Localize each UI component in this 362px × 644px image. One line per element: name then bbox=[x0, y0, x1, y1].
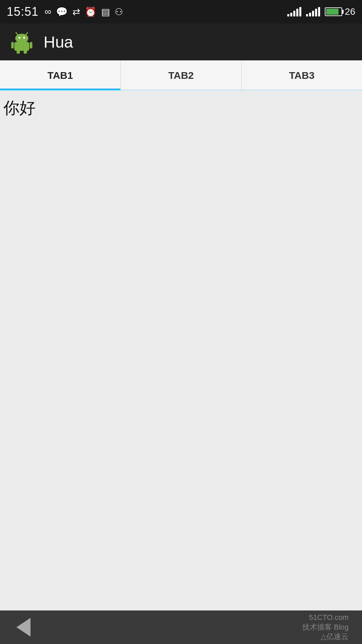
app-bar: Hua bbox=[0, 23, 362, 60]
status-bar: 15:51 ∞ 💬 ⇄ ⏰ ▤ ⚇ 26 bbox=[0, 0, 362, 23]
app-title: Hua bbox=[44, 33, 73, 51]
back-triangle-icon bbox=[16, 618, 31, 637]
usb-icon: ⇄ bbox=[72, 6, 80, 17]
message-icon: 💬 bbox=[56, 6, 68, 17]
watermark-text: 51CTO.com技术描客 Blog△亿速云 bbox=[302, 613, 349, 641]
battery-icon bbox=[325, 7, 342, 16]
tab-tab3[interactable]: TAB3 bbox=[242, 60, 362, 90]
tab3-label: TAB3 bbox=[289, 70, 314, 81]
watermark: 51CTO.com技术描客 Blog△亿速云 bbox=[302, 613, 349, 642]
tab2-label: TAB2 bbox=[168, 70, 194, 81]
person-icon: ⚇ bbox=[115, 6, 123, 17]
status-time: 15:51 bbox=[7, 5, 39, 19]
status-left: 15:51 ∞ 💬 ⇄ ⏰ ▤ ⚇ bbox=[7, 5, 123, 19]
tab1-label: TAB1 bbox=[48, 70, 73, 81]
sms-icon: ▤ bbox=[101, 6, 110, 17]
status-right: 26 bbox=[287, 6, 355, 17]
signal-bars-1 bbox=[287, 7, 301, 16]
battery-fill bbox=[326, 9, 339, 15]
battery-container: 26 bbox=[325, 6, 355, 17]
tab-bar: TAB1 TAB2 TAB3 bbox=[0, 60, 362, 91]
svg-point-2 bbox=[15, 34, 28, 43]
svg-point-4 bbox=[23, 37, 25, 39]
svg-rect-6 bbox=[11, 42, 14, 49]
content-area: 你好 bbox=[0, 91, 362, 610]
alarm-icon: ⏰ bbox=[85, 6, 97, 17]
tab-tab1[interactable]: TAB1 bbox=[0, 60, 121, 90]
status-icons: ∞ 💬 ⇄ ⏰ ▤ ⚇ bbox=[45, 6, 123, 17]
svg-point-3 bbox=[18, 37, 20, 39]
svg-rect-7 bbox=[30, 42, 33, 49]
nav-bar: 51CTO.com技术描客 Blog△亿速云 bbox=[0, 610, 362, 644]
svg-rect-9 bbox=[24, 50, 27, 54]
android-logo-icon bbox=[10, 30, 34, 54]
svg-rect-5 bbox=[14, 42, 29, 51]
svg-rect-8 bbox=[17, 50, 20, 54]
infinity-icon: ∞ bbox=[45, 6, 51, 17]
signal-bars-2 bbox=[306, 7, 320, 16]
tab1-content-text: 你好 bbox=[3, 99, 36, 117]
battery-level: 26 bbox=[345, 6, 355, 17]
back-button[interactable] bbox=[13, 617, 34, 637]
tab-tab2[interactable]: TAB2 bbox=[121, 60, 241, 90]
